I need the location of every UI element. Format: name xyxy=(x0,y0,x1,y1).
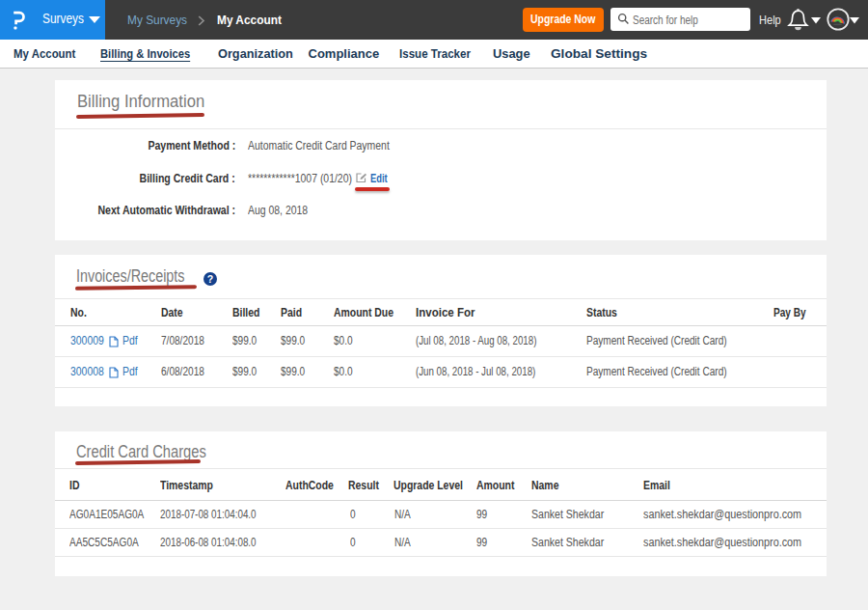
svg-text:?: ? xyxy=(207,273,213,285)
